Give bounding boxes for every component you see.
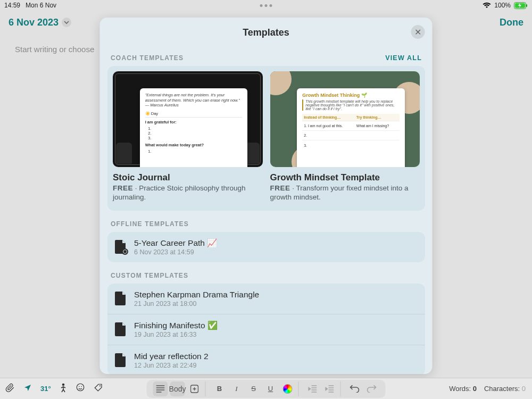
- template-thumbnail: "External things are not the problem. It…: [113, 71, 263, 167]
- bold-button[interactable]: B: [212, 381, 227, 396]
- list-item-subtitle: 21 Jun 2023 at 18:00: [134, 300, 259, 307]
- offline-section-label: OFFLINE TEMPLATES: [111, 220, 189, 228]
- svg-point-6: [81, 386, 82, 387]
- list-item[interactable]: Finishing Manifesto ✅ 19 Jun 2023 at 16:…: [107, 314, 425, 345]
- file-icon: [115, 292, 127, 305]
- undo-button[interactable]: [347, 381, 362, 396]
- status-bar: 14:59 Mon 6 Nov 100%: [0, 0, 532, 11]
- redo-button[interactable]: [364, 381, 379, 396]
- file-icon: [115, 353, 127, 367]
- list-item[interactable]: 5-Year Career Path 📈 6 Nov 2023 at 14:59: [107, 232, 425, 262]
- template-thumbnail: Growth Mindset Thinking 🌱 This growth mi…: [270, 71, 420, 167]
- svg-point-7: [99, 385, 101, 386]
- outdent-button[interactable]: [305, 381, 320, 396]
- file-icon: [115, 322, 127, 336]
- template-card-stoic[interactable]: "External things are not the problem. It…: [113, 71, 263, 202]
- list-item-subtitle: 6 Nov 2023 at 14:59: [134, 248, 217, 256]
- svg-rect-2: [526, 4, 527, 7]
- template-title: Growth Mindset Template: [270, 172, 420, 183]
- list-item-subtitle: 12 Jun 2023 at 22:49: [134, 362, 209, 369]
- tag-icon[interactable]: [94, 383, 103, 394]
- close-icon: ✕: [414, 27, 421, 37]
- modal-title: Templates: [100, 27, 433, 38]
- temperature-button[interactable]: 31°: [40, 385, 51, 393]
- template-description: FREE · Practice Stoic philosophy through…: [113, 184, 263, 202]
- person-icon[interactable]: [60, 383, 67, 394]
- list-item-title: Finishing Manifesto ✅: [134, 321, 218, 330]
- attach-icon[interactable]: [5, 383, 15, 394]
- wifi-icon: [483, 2, 491, 9]
- battery-icon: [514, 2, 528, 9]
- list-item[interactable]: Mid year reflection 2 12 Jun 2023 at 22:…: [107, 345, 425, 374]
- char-count: Characters: 0: [484, 385, 526, 393]
- svg-point-4: [77, 384, 84, 391]
- list-item-title: Stephen Karpman Drama Triangle: [134, 290, 259, 300]
- word-count: Words: 0: [449, 385, 477, 393]
- svg-point-5: [79, 386, 80, 387]
- template-card-growth[interactable]: Growth Mindset Thinking 🌱 This growth mi…: [270, 71, 420, 202]
- template-description: FREE · Transform your fixed mindset into…: [270, 184, 420, 202]
- italic-button[interactable]: I: [229, 381, 244, 396]
- underline-button[interactable]: U: [263, 381, 278, 396]
- templates-modal: Templates ✕ COACH TEMPLATES VIEW ALL "Ex…: [100, 18, 433, 374]
- file-offline-icon: [115, 240, 127, 254]
- indent-button[interactable]: [322, 381, 337, 396]
- custom-section-label: CUSTOM TEMPLATES: [111, 272, 188, 279]
- coach-section-label: COACH TEMPLATES: [111, 54, 184, 62]
- location-icon[interactable]: [23, 384, 32, 394]
- status-date: Mon 6 Nov: [26, 2, 56, 9]
- entry-date-label: 6 Nov 2023: [9, 17, 59, 28]
- status-time: 14:59: [4, 2, 20, 9]
- multitask-dots[interactable]: [260, 4, 272, 7]
- list-item[interactable]: Stephen Karpman Drama Triangle 21 Jun 20…: [107, 284, 425, 314]
- view-all-button[interactable]: VIEW ALL: [385, 54, 422, 62]
- list-item-title: Mid year reflection 2: [134, 352, 209, 361]
- list-item-subtitle: 19 Jun 2023 at 16:33: [134, 331, 218, 338]
- style-picker[interactable]: Body: [170, 381, 185, 396]
- align-button[interactable]: [153, 381, 168, 396]
- svg-point-3: [62, 384, 64, 386]
- insert-button[interactable]: [187, 381, 202, 396]
- list-item-title: 5-Year Career Path 📈: [134, 238, 217, 248]
- chevron-down-icon: [62, 18, 71, 27]
- editor-toolbar: 31° Body B I S U: [0, 378, 532, 399]
- done-button[interactable]: Done: [500, 17, 523, 28]
- template-title: Stoic Journal: [113, 172, 263, 183]
- strike-button[interactable]: S: [246, 381, 261, 396]
- mood-icon[interactable]: [76, 383, 85, 395]
- battery-percent: 100%: [494, 2, 511, 9]
- color-button[interactable]: [280, 381, 295, 396]
- close-button[interactable]: ✕: [411, 25, 425, 39]
- entry-date-picker[interactable]: 6 Nov 2023: [9, 17, 71, 28]
